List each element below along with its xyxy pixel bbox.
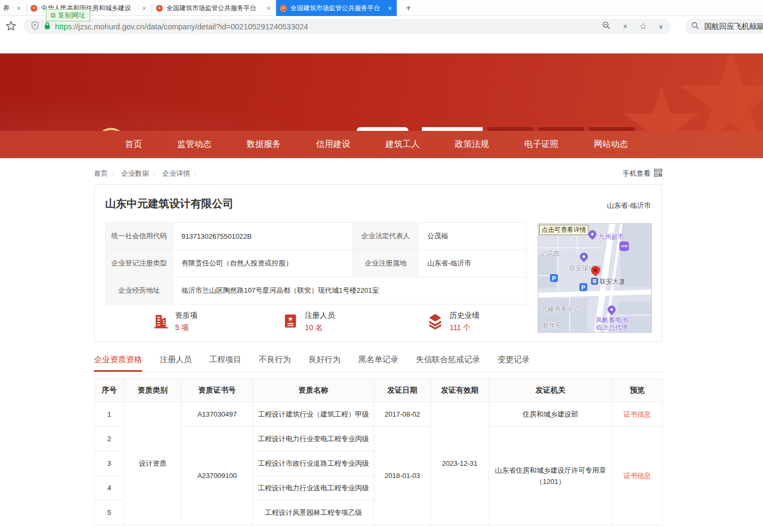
emblem-favicon-icon [279,4,287,12]
tab-change-records[interactable]: 变更记录 [498,355,530,372]
col-header-preview: 预览 [612,379,663,402]
nav-item-data-service[interactable]: 数据服务 [247,139,281,150]
field-label: 统一社会信用代码 [106,223,173,250]
close-icon[interactable]: × [265,4,272,12]
company-name: 山东中元建筑设计有限公司 [105,197,233,211]
cell-authority: 住房和城乡建设部 [489,402,612,427]
legal-rep-value: 公茂福 [419,223,526,250]
lightning-icon[interactable]: ⚡ [622,22,628,30]
map-road [538,290,652,298]
tab-blacklist[interactable]: 黑名单记录 [358,355,398,372]
col-header-valid-until: 发证有效期 [431,379,489,402]
stat-registered-personnel[interactable]: 注册人员 10 名 [282,311,335,333]
reg-type-value: 有限责任公司（自然人投资或控股） [172,250,353,277]
search-tab-project[interactable]: 建设项目 [538,127,584,131]
search-tab-personnel[interactable]: 从业人员 [487,127,533,131]
nav-item-site-news[interactable]: 网站动态 [594,139,628,150]
field-label: 企业登记注册类型 [106,250,173,277]
emblem-favicon-icon [30,4,38,12]
search-tab-enterprise[interactable]: 建设工程企业 [422,127,483,131]
atm-icon: ATM [619,241,629,251]
breadcrumb-company-detail[interactable]: 企业详情 [162,169,190,178]
url-scheme: https [55,22,72,31]
nav-item-workers[interactable]: 建筑工人 [386,139,420,150]
search-icon [691,21,699,32]
shield-icon[interactable] [31,21,39,32]
address-bar-actions: ⚡ ☆ ∨ [602,21,663,32]
cell-authority: 山东省住房和城乡建设厅许可专用章 （1201） [489,427,612,525]
cell-cert-no: A137030497 [182,402,253,427]
tab-good-behavior[interactable]: 良好行为 [309,355,341,372]
certificate-info-link[interactable]: 证书信息 [624,410,651,418]
new-tab-button[interactable]: + [402,1,415,15]
close-icon[interactable]: × [386,4,394,12]
stat-value: 5 项 [175,323,198,333]
browser-tab-jzsc-1[interactable]: 全国建筑市场监管公共服务平台 × [152,0,276,16]
copy-tooltip-label: 复制网址 [58,11,85,20]
tab-title: 全国建筑市场监管公共服务平台 [167,4,262,13]
quick-search-box[interactable]: 国航回应飞机颠簸 [685,19,763,34]
tab-title: 全国建筑市场监管公共服务平台 [290,4,383,13]
national-emblem-icon [95,127,127,131]
mobile-view-label: 手机查看 [623,169,650,178]
cell-index: 5 [95,500,124,525]
browser-tab-partial[interactable]: 界 × [0,0,26,16]
close-icon[interactable]: × [140,4,148,12]
cell-category: 设计资质 [124,402,182,525]
bookmark-star-icon[interactable] [5,20,17,34]
field-label: 企业法定代表人 [353,223,419,250]
copy-icon: ⧉ [51,11,56,20]
company-summary-card: 山东中元建筑设计有限公司 山东省-临沂市 统一社会信用代码 9137130267… [94,184,662,342]
url-field[interactable]: https://jzsc.mohurd.gov.cn/data/company/… [23,19,671,34]
breadcrumb: 首页 〉 企业数据 〉 企业详情 〉 手机查看 [94,168,662,179]
tab-dishonesty[interactable]: 失信联合惩戒记录 [416,355,480,372]
cell-index: 2 [95,427,124,451]
zoom-out-icon[interactable] [602,21,611,32]
search-category-tabs: 建设工程企业 从业人员 建设项目 诚信记录 [422,127,660,131]
tab-bad-behavior[interactable]: 不良行为 [259,355,291,372]
nav-item-supervision[interactable]: 监管动态 [177,139,211,150]
building-pin-icon [578,251,589,262]
tab-projects[interactable]: 工程项目 [209,355,241,372]
stat-label: 历史业绩 [450,311,479,320]
certificate-info-link[interactable]: 证书信息 [624,472,651,480]
url-path: ://jzsc.mohurd.gov.cn/data/company/detai… [72,22,308,31]
cell-issue-date: 2017-08-02 [374,402,431,427]
cell-cert-no: A237009100 [182,427,253,525]
stat-past-performance[interactable]: 历史业绩 111 个 [427,311,479,333]
nav-item-home[interactable]: 首页 [125,139,142,150]
search-tab-credit[interactable]: 诚信记录 [589,127,635,131]
breadcrumb-company-data[interactable]: 企业数据 [121,169,149,178]
favorite-star-icon[interactable]: ☆ [639,22,647,31]
company-search-panel: 建设工程企业 从业人员 建设项目 诚信记录 搜索 [422,127,660,131]
tab-qualifications[interactable]: 企业资质资格 [94,355,142,372]
nav-item-credit[interactable]: 信用建设 [316,139,350,150]
company-info-table: 统一社会信用代码 91371302675501022B 企业法定代表人 公茂福 … [105,222,526,304]
chevron-down-icon[interactable]: ∨ [658,24,663,30]
map-label-xinhuayuan: 新华苑 [542,321,562,330]
nav-item-e-license[interactable]: 电子证照 [524,139,559,150]
col-header-authority: 发证机关 [489,379,612,402]
browser-tab-jzsc-active[interactable]: 全国建筑市场监管公共服务平台 × [276,0,397,16]
mobile-view-button[interactable]: 手机查看 [623,169,662,178]
authority-line-1: 山东省住房和城乡建设厅许可专用章 [493,465,608,476]
map-lane [538,247,602,248]
main-navbar: 首页 监管动态 数据服务 信用建设 建筑工人 政策法规 电子证照 网站动态 [0,131,763,158]
breadcrumb-home[interactable]: 首页 [94,169,108,178]
col-header-name: 资质名称 [253,379,374,402]
cell-name: 工程设计电力行业变电工程专业丙级 [253,427,374,451]
lock-icon [44,21,51,32]
company-stats: 资质项 5 项 注册人员 10 名 历史业绩 111 个 [105,311,526,333]
stat-qualifications[interactable]: 资质项 5 项 [152,311,198,333]
map-label-business-center: 九峰商务中心 [541,305,580,314]
nav-item-policy[interactable]: 政策法规 [455,139,489,150]
authority-line-2: （1201） [493,476,608,487]
close-icon[interactable]: × [15,4,22,12]
tab-registered-personnel[interactable]: 注册人员 [160,355,192,372]
tab-title: 界 [3,4,12,13]
col-header-cert-no: 资质证书号 [182,379,253,402]
cell-index: 1 [95,402,124,427]
emblem-favicon-icon [155,4,163,12]
parking-icon: P [579,283,587,291]
location-map[interactable]: 点击可查看详情 九州超市 ATM 记花园 联安现代城 联安大厦 P P 九峰商务… [538,223,652,333]
